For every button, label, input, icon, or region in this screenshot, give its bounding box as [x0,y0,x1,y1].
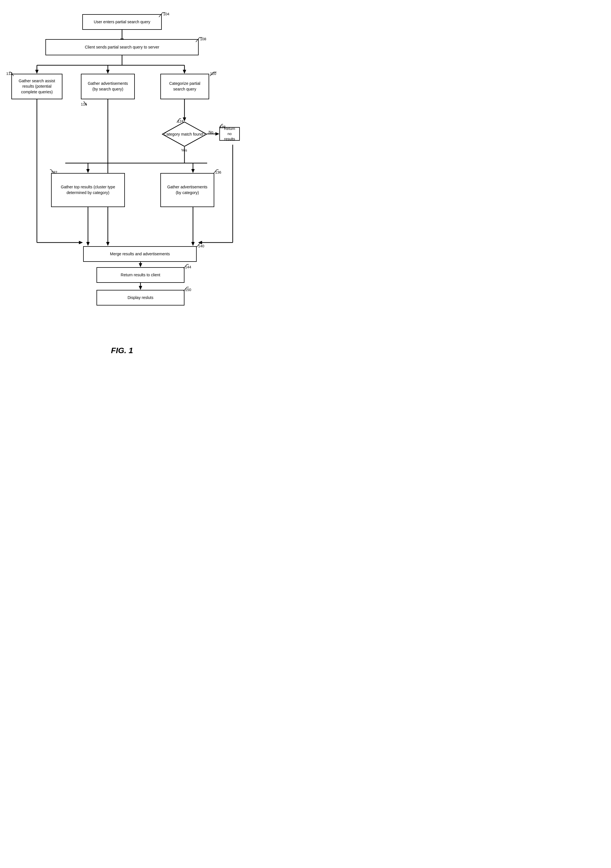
ref-tick-136 [213,169,219,174]
ref-tick-144 [183,264,189,269]
node-144-label: Return results to client [121,272,160,278]
svg-marker-5 [35,70,39,74]
ref-tick-132 [50,169,55,174]
svg-line-52 [51,170,54,174]
ref-tick-116 [82,101,88,106]
ref-tick-124 [176,118,181,123]
node-150: Display resluts [96,290,185,305]
svg-line-60 [183,287,187,291]
svg-line-56 [196,243,200,247]
node-gather-ads-label: Gather advertisements (by search query) [85,81,131,92]
svg-marker-29 [191,169,195,173]
node-140: Merge results and advertisements [83,246,197,262]
ref-tick-140 [196,243,202,248]
svg-line-38 [159,12,163,17]
node-120: Categorize partial search query [160,74,209,99]
label-yes: Yes [181,148,187,152]
node-124: Category match found? [162,121,207,147]
node-144: Return results to client [96,267,185,283]
node-150-label: Display resluts [127,295,153,301]
svg-marker-12 [79,241,83,244]
ref-tick-112 [9,71,14,77]
node-108: Client sends partial search query to ser… [45,39,199,55]
node-136: Gather advertisements (by category) [160,173,214,207]
svg-marker-37 [139,286,142,290]
node-132-label: Gather top results (cluster type determi… [55,184,121,195]
node-128: Return no results [219,127,240,141]
svg-marker-27 [86,169,90,173]
svg-line-58 [183,264,187,268]
svg-line-50 [219,124,222,128]
svg-marker-31 [86,242,90,246]
node-gather-ads-search: Gather advertisements (by search query) [81,74,135,99]
svg-line-42 [11,72,14,76]
node-104: User enters partial search query [82,14,162,30]
node-112-label: Gather search assist results (potential … [16,78,59,95]
svg-marker-9 [183,70,186,74]
node-136-label: Gather advertisements (by category) [164,184,210,195]
node-104-label: User enters partial search query [94,19,150,25]
ref-tick-150 [183,287,189,291]
svg-marker-7 [106,70,110,74]
svg-line-45 [210,72,214,76]
flowchart: User enters partial search query 104 Cli… [0,6,244,340]
ref-tick-104 [157,12,166,18]
node-132: Gather top results (cluster type determi… [51,173,125,207]
ref-tick-108 [194,37,203,43]
svg-line-48 [177,119,180,122]
node-124-label: Category match found? [164,132,205,136]
node-112: Gather search assist results (potential … [11,74,62,99]
svg-line-44 [84,101,87,105]
svg-marker-35 [139,263,142,267]
svg-marker-20 [215,132,219,136]
label-no: No [208,130,213,134]
svg-marker-33 [191,242,195,246]
ref-tick-120 [208,71,217,77]
svg-line-40 [196,37,199,42]
svg-marker-16 [106,242,110,246]
figure-label: FIG. 1 [0,346,244,355]
node-108-label: Client sends partial search query to ser… [85,45,159,50]
svg-line-54 [213,170,217,174]
ref-tick-128 [218,124,223,128]
node-140-label: Merge results and advertisements [110,251,170,257]
node-120-label: Categorize partial search query [164,81,205,92]
